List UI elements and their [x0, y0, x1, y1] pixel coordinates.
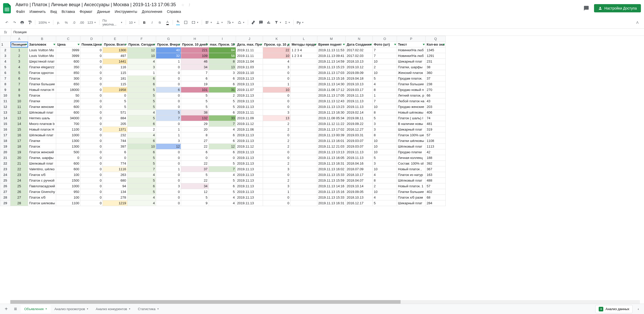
cell[interactable]: 0 [156, 195, 181, 200]
cell[interactable] [290, 70, 317, 76]
cell[interactable]: 2019.11.11 [236, 110, 263, 115]
cell[interactable]: 221 [181, 47, 209, 53]
row-header[interactable]: 29 [0, 200, 11, 206]
cell[interactable]: 0 [156, 161, 181, 166]
filter-dropdown-icon[interactable] [315, 44, 317, 45]
star-icon[interactable]: ☆ [181, 3, 185, 7]
cell[interactable]: 0 [156, 178, 181, 183]
italic-icon[interactable]: I [148, 19, 156, 26]
cell[interactable]: 2019.11.13 [236, 166, 263, 172]
cell[interactable]: 5 [156, 110, 181, 115]
cell[interactable]: 2019.10.14 [345, 183, 372, 189]
filter-dropdown-icon[interactable] [25, 44, 27, 45]
increase-decimal-icon[interactable]: .00 [78, 19, 85, 26]
header-cell[interactable]: Заголовок [28, 42, 56, 47]
cell[interactable]: 2016.12.17 [345, 200, 372, 206]
cell[interactable]: 2019.10.13 [345, 81, 372, 87]
cell[interactable]: 18 [11, 144, 28, 149]
cell[interactable]: 34 [181, 183, 209, 189]
cell[interactable]: 84 [209, 47, 236, 53]
cell[interactable]: 2019.11.13 [345, 93, 372, 98]
addon-py-icon[interactable]: Py▼ [295, 20, 306, 26]
cell[interactable]: 10 [373, 138, 397, 144]
cell[interactable]: 2019.11.13 [236, 155, 263, 161]
cell[interactable]: 0 [80, 132, 103, 138]
cell[interactable]: 19 [181, 81, 209, 87]
cell[interactable]: 0 [156, 149, 181, 155]
cell[interactable] [290, 98, 317, 104]
cell[interactable]: 6 [209, 183, 236, 189]
cell[interactable]: Шёлковый плат [397, 144, 426, 149]
cell[interactable]: 2019.11.13 [236, 98, 263, 104]
cell[interactable]: Летний платок, р [397, 93, 426, 98]
cell[interactable]: Шёлковый плат [28, 110, 56, 115]
cell[interactable]: 2019.11.13 [236, 161, 263, 166]
cell[interactable]: 7 [373, 47, 397, 53]
cell[interactable]: 22 [181, 178, 209, 183]
cell[interactable]: 6 [209, 76, 236, 81]
row-header[interactable]: 10 [0, 93, 11, 98]
cell[interactable]: 406 [426, 110, 446, 115]
cell[interactable]: 600 [56, 104, 80, 110]
cell[interactable]: Павлопасадский [28, 183, 56, 189]
cell[interactable]: 1219 [103, 200, 127, 206]
cell[interactable]: 6 [209, 132, 236, 138]
paint-format-icon[interactable] [26, 19, 33, 26]
cell[interactable]: 2019.03.07 [345, 144, 372, 149]
cell[interactable]: 20 [181, 127, 209, 132]
cell[interactable] [290, 183, 317, 189]
header-cell[interactable]: Позиция [11, 42, 28, 47]
cell[interactable]: 2019.11.13 [236, 178, 263, 183]
cell[interactable]: 2019.11.13 [236, 81, 263, 87]
cell[interactable]: 0 [80, 64, 103, 70]
cell[interactable]: 0 [80, 81, 103, 87]
cell[interactable]: 0 [156, 189, 181, 195]
cell[interactable] [290, 166, 317, 172]
comment-icon[interactable] [257, 19, 265, 26]
cell[interactable]: 4 [127, 110, 156, 115]
cell[interactable]: 2019.11.13 [236, 189, 263, 195]
percent-icon[interactable]: % [63, 19, 70, 26]
cell[interactable]: 2019.09.05 [345, 189, 372, 195]
v-align-icon[interactable]: ▼ [214, 19, 225, 26]
cell[interactable]: 850 [56, 70, 80, 76]
row-header[interactable]: 14 [0, 115, 11, 121]
cell[interactable]: 3 [263, 64, 291, 70]
cell[interactable]: 8 [373, 87, 397, 93]
cell[interactable]: 2019.11.13 17:02 [317, 127, 345, 132]
cell[interactable]: 3 [373, 127, 397, 132]
cell[interactable]: 1 [11, 47, 28, 53]
fx-label[interactable]: fx [0, 29, 11, 36]
rotate-icon[interactable]: ▼ [236, 19, 246, 26]
cell[interactable]: 2 [263, 161, 291, 166]
cell[interactable]: 34000 [56, 115, 80, 121]
cell[interactable]: Продам платок. [397, 76, 426, 81]
cell[interactable]: 12 [127, 47, 156, 53]
filter-dropdown-icon[interactable] [178, 44, 180, 45]
col-header-N[interactable]: N [345, 36, 372, 42]
header-cell[interactable]: Дата Создания [345, 42, 372, 47]
cell[interactable]: 2019.11.13 14:30 [317, 81, 345, 87]
filter-dropdown-icon[interactable] [370, 44, 372, 45]
cell[interactable]: 2 [11, 53, 28, 59]
cell[interactable]: 4 [209, 127, 236, 132]
cell[interactable]: 2019.11.13 17:05 [317, 93, 345, 98]
cell[interactable]: Шерстяной плат [28, 59, 56, 64]
cell[interactable]: 7 [209, 166, 236, 172]
cell[interactable]: 1 [127, 70, 156, 76]
cell[interactable]: 3 [156, 183, 181, 189]
cell[interactable]: 0 [156, 81, 181, 87]
row-header[interactable]: 22 [0, 161, 11, 166]
cell[interactable]: 0 [80, 172, 103, 178]
cell[interactable]: 109 [181, 53, 209, 59]
cell[interactable]: 2019.11.13 17:03 [317, 70, 345, 76]
cell[interactable]: Платок [28, 76, 56, 81]
cell[interactable]: 0 [80, 178, 103, 183]
cell[interactable]: 0 [80, 183, 103, 189]
header-cell[interactable]: Фото (шт) [373, 42, 397, 47]
cell[interactable]: 488 [426, 178, 446, 183]
cell[interactable]: 0 [156, 70, 181, 76]
cell[interactable]: Новинки!На люб [397, 53, 426, 59]
cell[interactable] [290, 76, 317, 81]
cell[interactable]: 2019.11.13 15:16 [317, 76, 345, 81]
